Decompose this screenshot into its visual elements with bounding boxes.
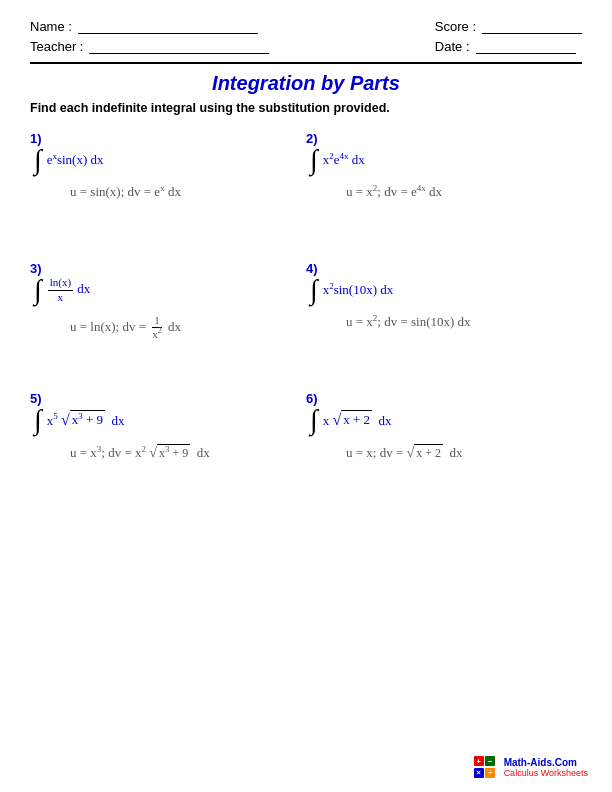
instructions: Find each indefinite integral using the … bbox=[30, 101, 582, 115]
problems-grid: 1) ∫ exsin(x) dx u = sin(x); dv = ex dx … bbox=[30, 125, 582, 515]
problem-2-substitution: u = x2; dv = e4x dx bbox=[346, 184, 582, 200]
problem-2: 2) ∫ x2e4x dx u = x2; dv = e4x dx bbox=[306, 125, 582, 255]
footer-brand: Math-Aids.Com bbox=[504, 757, 588, 768]
integral-sign-3: ∫ bbox=[34, 276, 42, 304]
problem-1-expr: exsin(x) dx bbox=[47, 152, 104, 168]
integral-sign-2: ∫ bbox=[310, 146, 318, 174]
problem-6-substitution: u = x; dv = √x + 2 dx bbox=[346, 444, 582, 462]
logo-cell-plus: + bbox=[474, 756, 484, 766]
integral-sign-6: ∫ bbox=[310, 406, 318, 434]
header-divider bbox=[30, 62, 582, 64]
score-label: Score : bbox=[435, 19, 476, 34]
worksheet-page: Name : Teacher : Score : Date : Integrat… bbox=[0, 0, 612, 792]
header-right: Score : Date : bbox=[435, 18, 582, 54]
problem-2-integral: ∫ x2e4x dx bbox=[310, 146, 582, 174]
problem-1-integral: ∫ exsin(x) dx bbox=[34, 146, 306, 174]
integral-sign-1: ∫ bbox=[34, 146, 42, 174]
problem-3: 3) ∫ ln(x) x dx u = ln(x); dv = 1x2 dx bbox=[30, 255, 306, 385]
page-title: Integration by Parts bbox=[30, 72, 582, 95]
integral-sign-4: ∫ bbox=[310, 276, 318, 304]
problem-3-expr: ln(x) x dx bbox=[47, 276, 91, 303]
date-label: Date : bbox=[435, 39, 470, 54]
footer-text: Math-Aids.Com Calculus Worksheets bbox=[504, 757, 588, 778]
date-row: Date : bbox=[435, 38, 582, 54]
name-row: Name : bbox=[30, 18, 269, 34]
sqrt-6-sub: √x + 2 bbox=[407, 444, 443, 462]
score-line bbox=[482, 18, 582, 34]
logo-cell-times: × bbox=[474, 768, 484, 778]
problem-4: 4) ∫ x2sin(10x) dx u = x2; dv = sin(10x)… bbox=[306, 255, 582, 385]
date-line bbox=[476, 38, 576, 54]
problem-2-number: 2) ∫ x2e4x dx bbox=[306, 131, 582, 174]
teacher-row: Teacher : bbox=[30, 38, 269, 54]
logo-cell-divide: ÷ bbox=[485, 768, 495, 778]
score-row: Score : bbox=[435, 18, 582, 34]
sqrt-6: √x + 2 bbox=[332, 410, 372, 429]
problem-5-integral: ∫ x5 √x3 + 9 dx bbox=[34, 406, 306, 434]
header-left: Name : Teacher : bbox=[30, 18, 269, 54]
problem-5-substitution: u = x3; dv = x2 √x3 + 9 dx bbox=[70, 444, 306, 462]
problem-3-integral: ∫ ln(x) x dx bbox=[34, 276, 306, 304]
problem-1-number: 1) ∫ exsin(x) dx bbox=[30, 131, 306, 174]
teacher-line bbox=[89, 38, 269, 54]
sqrt-5: √x3 + 9 bbox=[61, 410, 105, 429]
teacher-label: Teacher : bbox=[30, 39, 83, 54]
problem-1-substitution: u = sin(x); dv = ex dx bbox=[70, 184, 306, 200]
problem-4-expr: x2sin(10x) dx bbox=[323, 282, 394, 298]
problem-4-integral: ∫ x2sin(10x) dx bbox=[310, 276, 582, 304]
problem-2-expr: x2e4x dx bbox=[323, 152, 365, 168]
footer-tagline: Calculus Worksheets bbox=[504, 768, 588, 778]
problem-3-number: 3) ∫ ln(x) x dx bbox=[30, 261, 306, 304]
integral-sign-5: ∫ bbox=[34, 406, 42, 434]
problem-6-number: 6) ∫ x √x + 2 dx bbox=[306, 391, 582, 434]
problem-4-substitution: u = x2; dv = sin(10x) dx bbox=[346, 314, 582, 330]
problem-4-number: 4) ∫ x2sin(10x) dx bbox=[306, 261, 582, 304]
sqrt-5-sub: √x3 + 9 bbox=[149, 444, 190, 462]
problem-3-substitution: u = ln(x); dv = 1x2 dx bbox=[70, 314, 306, 341]
problem-5-expr: x5 √x3 + 9 dx bbox=[47, 410, 125, 429]
problem-6: 6) ∫ x √x + 2 dx u = x; dv = √x + 2 bbox=[306, 385, 582, 515]
logo-cell-minus: − bbox=[485, 756, 495, 766]
footer: + − × ÷ Math-Aids.Com Calculus Worksheet… bbox=[474, 756, 588, 778]
problem-5: 5) ∫ x5 √x3 + 9 dx u = x3; dv = x2 √x3 +… bbox=[30, 385, 306, 515]
problem-1: 1) ∫ exsin(x) dx u = sin(x); dv = ex dx bbox=[30, 125, 306, 255]
footer-logo: + − × ÷ bbox=[474, 756, 496, 778]
name-label: Name : bbox=[30, 19, 72, 34]
header: Name : Teacher : Score : Date : bbox=[30, 18, 582, 54]
problem-6-expr: x √x + 2 dx bbox=[323, 410, 392, 429]
problem-5-number: 5) ∫ x5 √x3 + 9 dx bbox=[30, 391, 306, 434]
name-line bbox=[78, 18, 258, 34]
problem-6-integral: ∫ x √x + 2 dx bbox=[310, 406, 582, 434]
